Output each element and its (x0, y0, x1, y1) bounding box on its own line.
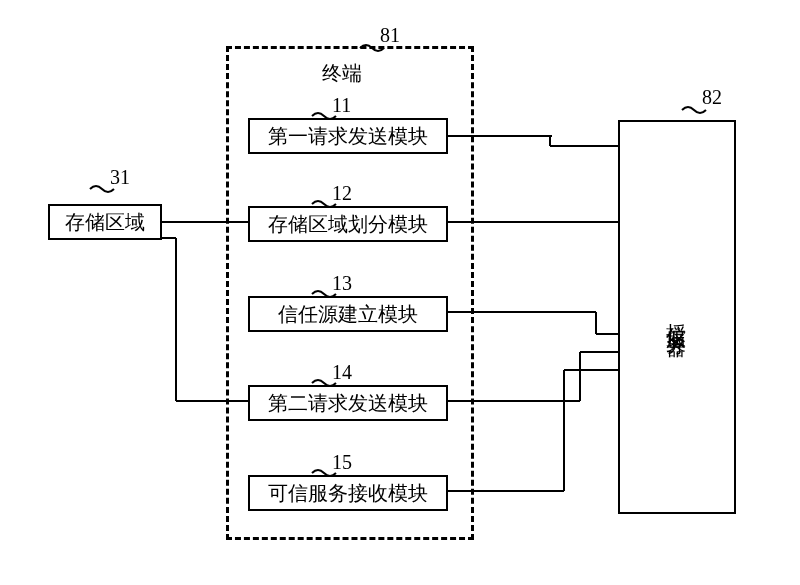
module-15-box: 可信服务接收模块 (248, 475, 448, 511)
module-15-number: 15 (332, 451, 352, 474)
diagram-canvas: 终端 81 授信服务器 82 存储区域 31 第一请求发送模块 11 存储区域划… (0, 0, 800, 585)
module-11-label: 第一请求发送模块 (268, 123, 428, 150)
module-14-box: 第二请求发送模块 (248, 385, 448, 421)
storage-number: 31 (110, 166, 130, 189)
module-11-number: 11 (332, 94, 351, 117)
module-11-box: 第一请求发送模块 (248, 118, 448, 154)
storage-label: 存储区域 (65, 209, 145, 236)
module-13-box: 信任源建立模块 (248, 296, 448, 332)
module-12-number: 12 (332, 182, 352, 205)
server-number: 82 (702, 86, 722, 109)
module-13-label: 信任源建立模块 (278, 301, 418, 328)
module-14-number: 14 (332, 361, 352, 384)
module-12-box: 存储区域划分模块 (248, 206, 448, 242)
module-12-label: 存储区域划分模块 (268, 211, 428, 238)
module-14-label: 第二请求发送模块 (268, 390, 428, 417)
storage-box: 存储区域 (48, 204, 162, 240)
module-13-number: 13 (332, 272, 352, 295)
module-15-label: 可信服务接收模块 (268, 480, 428, 507)
terminal-number: 81 (380, 24, 400, 47)
server-label: 授信服务器 (664, 307, 691, 327)
server-box: 授信服务器 (618, 120, 736, 514)
terminal-label: 终端 (322, 60, 362, 87)
